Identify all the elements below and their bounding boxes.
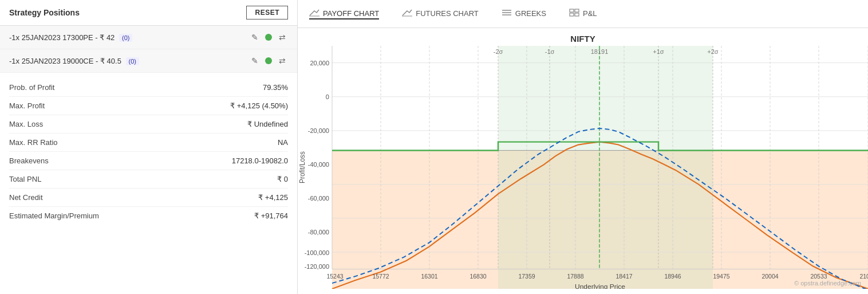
chart-area: NIFTY [298,28,868,294]
reset-button[interactable]: RESET [246,6,288,19]
sync-icon-2[interactable]: ⇄ [277,55,288,66]
stat-margin: Estimated Margin/Premium ₹ +91,764 [9,207,288,225]
stat-breakevens: Breakevens 17218.0-19082.0 [9,152,288,170]
tab-futures-label: FUTURES CHART [416,9,479,18]
edit-icon-2[interactable]: ✎ [249,55,261,66]
svg-rect-7 [570,13,574,16]
svg-text:21062: 21062 [859,273,868,280]
svg-text:15772: 15772 [372,273,389,280]
stats-grid: Prob. of Profit 79.35% Max. Profit ₹ +4,… [0,73,297,230]
position-row-2: -1x 25JAN2023 19000CE - ₹ 40.5 (0) ✎ ⇄ [0,49,297,73]
svg-text:-60,000: -60,000 [308,195,329,202]
left-panel: Strategy Positions RESET -1x 25JAN2023 1… [0,0,298,294]
svg-text:18417: 18417 [616,273,632,280]
futures-chart-icon [402,9,412,18]
svg-text:20533: 20533 [810,273,827,280]
svg-text:+1σ: +1σ [653,48,664,55]
svg-text:16830: 16830 [469,273,486,280]
status-dot-2 [265,57,272,64]
svg-text:-20,000: -20,000 [308,127,329,134]
svg-text:Profit/Loss: Profit/Loss [298,151,306,183]
right-panel: PAYOFF CHART FUTURES CHART GREEKS [298,0,868,294]
svg-text:18191: 18191 [591,48,609,55]
svg-text:15243: 15243 [326,273,343,280]
position-label-2: -1x 25JAN2023 19000CE - ₹ 40.5 (0) [9,57,244,65]
greeks-icon [502,9,512,18]
svg-text:-120,000: -120,000 [305,264,329,271]
tab-pnl[interactable]: P&L [569,9,597,19]
svg-text:17359: 17359 [518,273,535,280]
tab-pnl-label: P&L [583,9,597,18]
svg-text:+2σ: +2σ [707,48,719,55]
svg-text:17888: 17888 [567,273,583,280]
svg-text:0: 0 [326,93,329,100]
svg-text:-100,000: -100,000 [305,249,329,256]
svg-text:19475: 19475 [713,273,729,280]
svg-rect-8 [575,13,579,16]
copyright-text: © opstra.definedge.com [794,280,861,287]
left-header: Strategy Positions RESET [0,0,297,26]
position-label-1: -1x 25JAN2023 17300PE - ₹ 42 (0) [9,33,244,42]
tab-greeks-label: GREEKS [515,9,546,18]
stat-max-profit: Max. Profit ₹ +4,125 (4.50%) [9,97,288,115]
stat-net-credit: Net Credit ₹ +4,125 [9,189,288,207]
payoff-chart-svg: 20,000 0 -20,000 -40,000 -60,000 -80,000… [298,46,868,289]
svg-text:20004: 20004 [762,273,778,280]
tab-futures[interactable]: FUTURES CHART [402,9,479,19]
sync-icon-1[interactable]: ⇄ [277,32,288,43]
svg-rect-5 [570,9,574,12]
svg-text:16301: 16301 [421,273,437,280]
pnl-icon [569,9,579,18]
svg-text:Underlying Price: Underlying Price [575,283,625,289]
stat-max-rr: Max. RR Ratio NA [9,134,288,152]
tab-payoff-label: PAYOFF CHART [323,9,379,18]
svg-rect-6 [575,9,579,12]
svg-text:20,000: 20,000 [310,60,329,66]
strategy-positions-title: Strategy Positions [9,8,80,17]
edit-icon-1[interactable]: ✎ [249,32,261,43]
svg-text:-2σ: -2σ [494,48,503,55]
tab-payoff[interactable]: PAYOFF CHART [309,9,379,19]
svg-text:-80,000: -80,000 [308,229,329,236]
stat-prob-profit: Prob. of Profit 79.35% [9,79,288,97]
payoff-chart-icon [309,9,319,18]
stat-max-loss: Max. Loss ₹ Undefined [9,115,288,134]
position-row-1: -1x 25JAN2023 17300PE - ₹ 42 (0) ✎ ⇄ [0,26,297,49]
chart-svg-container: 20,000 0 -20,000 -40,000 -60,000 -80,000… [298,46,868,289]
svg-text:-1σ: -1σ [545,48,555,55]
chart-title: NIFTY [298,34,868,44]
stat-total-pnl: Total PNL ₹ 0 [9,170,288,189]
status-dot-1 [265,34,272,41]
svg-text:18946: 18946 [664,273,681,280]
tab-greeks[interactable]: GREEKS [502,9,546,19]
tab-bar: PAYOFF CHART FUTURES CHART GREEKS [298,0,868,28]
svg-text:-40,000: -40,000 [308,161,329,168]
